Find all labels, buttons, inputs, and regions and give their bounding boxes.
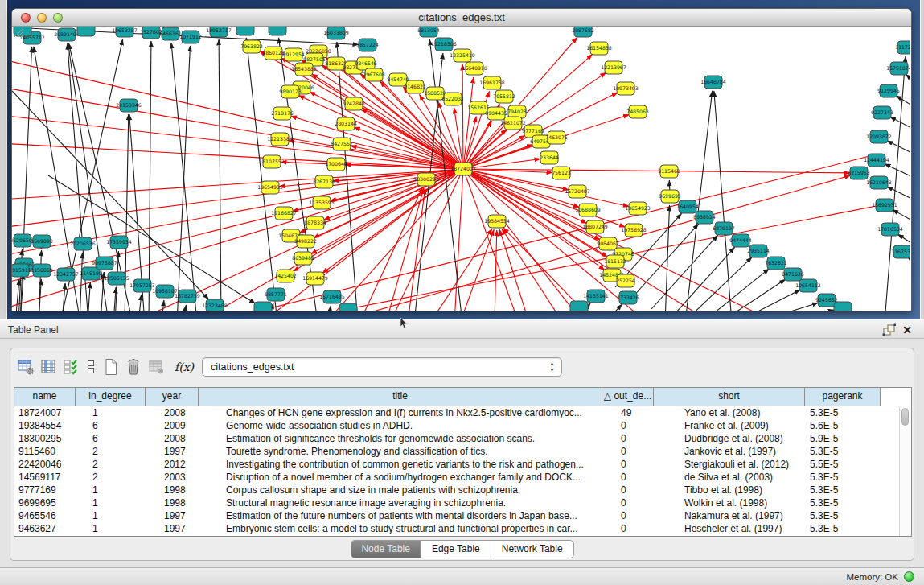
graph-node-label: 1815132 <box>604 258 626 264</box>
graph-node-label: 8215953 <box>848 170 870 175</box>
network-table-selector[interactable]: citations_edges.txt ▲▼ <box>202 357 562 377</box>
graph-node-label: 9146821 <box>404 84 426 89</box>
graph-node-label: 8471626 <box>782 271 804 277</box>
graph-node-label: 19218506 <box>431 41 457 47</box>
graph-node-label: 18107552 <box>259 159 285 164</box>
table-cell: 5.3E-5 <box>805 406 881 419</box>
graph-node[interactable] <box>254 302 272 311</box>
graph-node-label: 1562615 <box>467 105 490 110</box>
table-cell: 2003 <box>146 471 199 484</box>
select-all-button[interactable] <box>62 358 80 376</box>
graph-node-label: 16782759 <box>175 293 200 299</box>
column-header-pagerank[interactable]: pagerank <box>805 388 881 406</box>
table-cell: 0 <box>602 471 654 484</box>
graph-node-label: 16914479 <box>302 275 328 281</box>
column-header-year[interactable]: year <box>146 388 199 406</box>
graph-node[interactable] <box>339 303 357 311</box>
column-header-out_degree[interactable]: △ out_de... <box>602 388 654 406</box>
window-resize-grip-icon[interactable] <box>12 27 25 38</box>
table-row[interactable]: 1872400712008Changes of HCN gene express… <box>14 406 911 419</box>
graph-node-label: 2803144 <box>335 121 357 126</box>
table-row[interactable]: 1830029562008Estimation of significance … <box>14 432 911 445</box>
column-header-title[interactable]: title <box>199 388 602 406</box>
graph-node-label: 6466161 <box>159 31 182 36</box>
table-row[interactable]: 946362711997Embryonic stem cells: a mode… <box>14 522 911 535</box>
table-cell: Estimation of the future numbers of pati… <box>199 509 602 522</box>
graph-node-label: 9129946 <box>877 88 900 93</box>
tab-edge-table[interactable]: Edge Table <box>421 541 491 558</box>
table-panel-title: Table Panel <box>8 324 59 336</box>
table-row[interactable]: 1456911722003Disruption of a novel membe… <box>14 471 911 484</box>
delete-column-button[interactable] <box>125 358 142 376</box>
graph-node[interactable] <box>269 27 286 35</box>
table-cell: 19384554 <box>14 419 76 432</box>
memory-status-label: Memory: OK <box>846 572 898 582</box>
graph-node[interactable] <box>236 27 254 35</box>
table-cell: 0 <box>602 484 654 496</box>
tab-network-table[interactable]: Network Table <box>491 541 573 558</box>
table-options-button[interactable] <box>17 358 35 376</box>
graph-node-label: 12444194 <box>864 157 889 163</box>
table-cell: 1 <box>76 406 146 419</box>
graph-node-label: 14621072 <box>500 120 526 126</box>
float-panel-icon[interactable] <box>882 323 897 336</box>
scrollbar-thumb[interactable] <box>901 408 909 426</box>
function-builder-button[interactable]: f(x) <box>175 360 194 373</box>
graph-node-label: 9227343 <box>871 109 893 115</box>
table-row[interactable]: 1938455462009Genome-wide association stu… <box>14 419 911 432</box>
graph-node-label: 15716485 <box>319 294 345 299</box>
table-cell: 5.5E-5 <box>805 458 881 471</box>
table-cell: Wolkin et al. (1998) <box>654 496 805 509</box>
graph-node-label: 16640910 <box>462 65 487 71</box>
table-row[interactable]: 969969511998Structural magnetic resonanc… <box>14 496 911 509</box>
graph-edge <box>702 269 769 311</box>
table-cell: 1 <box>76 509 146 522</box>
close-panel-icon[interactable]: ✕ <box>900 323 914 336</box>
graph-node-label: 12213384 <box>267 136 293 142</box>
network-window-titlebar[interactable]: citations_edges.txt <box>12 9 911 27</box>
graph-node-label: 20891406 <box>54 31 80 37</box>
graph-node[interactable] <box>570 301 588 311</box>
table-row[interactable]: 2242004622012Investigating the contribut… <box>14 458 911 471</box>
table-cell: 2 <box>76 471 146 484</box>
graph-edge <box>138 295 142 311</box>
table-cell: 18300295 <box>14 432 76 445</box>
table-row[interactable]: 977716911998Corpus callosum shape and si… <box>14 484 911 496</box>
network-canvas[interactable]: 1405571220891406106532871527602646616110… <box>12 27 910 311</box>
table-cell: Investigating the contribution of common… <box>199 458 602 471</box>
graph-node[interactable] <box>77 27 95 36</box>
graph-edge <box>62 283 65 311</box>
graph-node-label: 8813054 <box>417 27 440 33</box>
graph-edge <box>328 306 331 311</box>
create-column-button[interactable] <box>102 358 120 376</box>
vertical-scrollbar[interactable] <box>899 406 911 536</box>
table-panel: Table Panel ✕ <box>0 319 924 567</box>
graph-node-label: 794028 <box>507 109 527 114</box>
tab-node-table[interactable]: Node Table <box>351 541 421 558</box>
column-visibility-button[interactable] <box>39 358 57 376</box>
table-cell: 0 <box>602 419 654 432</box>
column-header-short[interactable]: short <box>654 388 805 406</box>
graph-node-label: 8522032 <box>441 96 464 101</box>
column-header-name[interactable]: name <box>14 388 76 406</box>
graph-node-label: 10973493 <box>613 85 639 91</box>
graph-edge <box>462 64 463 169</box>
table-cell: 2008 <box>146 406 199 419</box>
table-row[interactable]: 911546021997Tourette syndrome. Phenomeno… <box>14 445 911 458</box>
header-filler <box>881 388 911 406</box>
graph-node-label: 10654112 <box>795 282 821 288</box>
graph-node-label: 9904435 <box>485 110 507 116</box>
graph-node[interactable] <box>834 302 852 311</box>
table-cell: 0 <box>602 522 654 535</box>
table-cell: 0 <box>602 509 654 522</box>
column-header-in_degree[interactable]: in_degree <box>76 388 146 406</box>
table-row[interactable]: 946554611997Estimation of the future num… <box>14 509 911 522</box>
graph-edge <box>88 282 90 311</box>
network-window-title: citations_edges.txt <box>12 11 911 23</box>
delete-table-button[interactable] <box>147 358 165 376</box>
table-cell: 5.3E-5 <box>805 471 881 484</box>
graph-node-label: 7425402 <box>274 273 297 278</box>
table-cell: 2008 <box>146 432 199 445</box>
graph-node-label: 19756928 <box>621 227 647 233</box>
row-selection-mode-button[interactable] <box>84 358 97 376</box>
